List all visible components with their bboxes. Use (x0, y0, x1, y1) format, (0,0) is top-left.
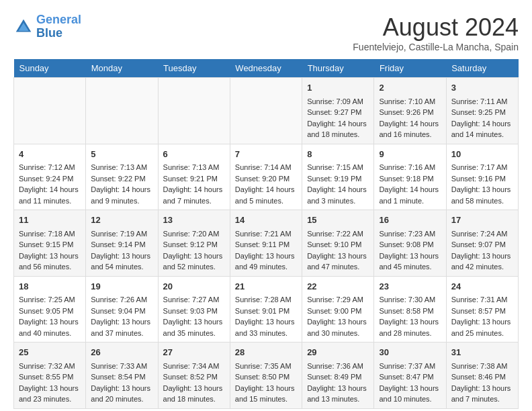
sunrise-text: Sunrise: 7:12 AM (19, 162, 81, 173)
calendar-cell (14, 78, 86, 144)
sunset-text: Sunset: 9:21 PM (163, 173, 225, 185)
weekday-header: Monday (86, 59, 158, 78)
calendar-cell: 7Sunrise: 7:14 AMSunset: 9:20 PMDaylight… (230, 144, 302, 210)
daylight-text: Daylight: 13 hours and 20 minutes. (91, 383, 152, 405)
sunrise-text: Sunrise: 7:15 AM (307, 162, 369, 173)
day-number: 21 (235, 280, 297, 293)
calendar-week-row: 25Sunrise: 7:32 AMSunset: 8:55 PMDayligh… (14, 342, 519, 409)
calendar-cell: 31Sunrise: 7:38 AMSunset: 8:46 PMDayligh… (446, 342, 518, 409)
day-number: 27 (163, 346, 225, 359)
sunset-text: Sunset: 8:46 PM (451, 371, 513, 383)
calendar-cell: 12Sunrise: 7:19 AMSunset: 9:14 PMDayligh… (86, 210, 158, 277)
calendar-cell: 14Sunrise: 7:21 AMSunset: 9:11 PMDayligh… (230, 210, 302, 277)
calendar-cell (86, 78, 158, 144)
calendar-cell: 20Sunrise: 7:27 AMSunset: 9:03 PMDayligh… (158, 276, 230, 342)
day-number: 4 (19, 148, 81, 161)
calendar-cell: 11Sunrise: 7:18 AMSunset: 9:15 PMDayligh… (14, 210, 86, 277)
sunset-text: Sunset: 9:16 PM (451, 173, 513, 185)
calendar-cell (230, 78, 302, 144)
daylight-text: Daylight: 13 hours and 23 minutes. (19, 383, 81, 405)
calendar-cell: 13Sunrise: 7:20 AMSunset: 9:12 PMDayligh… (158, 210, 230, 277)
calendar-week-row: 11Sunrise: 7:18 AMSunset: 9:15 PMDayligh… (14, 210, 519, 277)
sunset-text: Sunset: 9:26 PM (379, 107, 441, 118)
sunrise-text: Sunrise: 7:31 AM (451, 294, 513, 306)
sunset-text: Sunset: 8:57 PM (451, 306, 513, 317)
day-number: 25 (19, 346, 81, 359)
calendar-cell: 17Sunrise: 7:24 AMSunset: 9:07 PMDayligh… (446, 210, 518, 277)
calendar-cell: 5Sunrise: 7:13 AMSunset: 9:22 PMDaylight… (86, 144, 158, 210)
sunrise-text: Sunrise: 7:18 AM (19, 228, 81, 240)
sunset-text: Sunset: 8:54 PM (91, 371, 152, 383)
day-number: 2 (379, 81, 441, 95)
sunset-text: Sunset: 8:58 PM (379, 306, 441, 317)
day-number: 16 (379, 214, 441, 227)
daylight-text: Daylight: 13 hours and 40 minutes. (19, 316, 81, 338)
sunrise-text: Sunrise: 7:30 AM (379, 294, 441, 306)
page-header: General Blue August 2024 Fuentelviejo, C… (13, 13, 519, 52)
day-number: 28 (235, 346, 297, 359)
sunset-text: Sunset: 8:49 PM (307, 371, 369, 383)
logo-text: General Blue (36, 13, 81, 40)
sunset-text: Sunset: 9:05 PM (19, 306, 81, 317)
sunset-text: Sunset: 9:24 PM (19, 173, 81, 185)
weekday-header: Friday (374, 59, 446, 78)
daylight-text: Daylight: 13 hours and 52 minutes. (163, 250, 225, 273)
day-number: 20 (163, 280, 225, 293)
sunset-text: Sunset: 9:15 PM (19, 239, 81, 250)
sunrise-text: Sunrise: 7:36 AM (307, 361, 369, 372)
calendar-cell: 30Sunrise: 7:37 AMSunset: 8:47 PMDayligh… (374, 342, 446, 409)
sunset-text: Sunset: 9:20 PM (235, 173, 297, 185)
daylight-text: Daylight: 13 hours and 45 minutes. (379, 250, 441, 273)
sunset-text: Sunset: 9:11 PM (235, 239, 297, 250)
calendar-cell: 18Sunrise: 7:25 AMSunset: 9:05 PMDayligh… (14, 276, 86, 342)
sunrise-text: Sunrise: 7:20 AM (163, 228, 225, 240)
sunrise-text: Sunrise: 7:10 AM (379, 96, 441, 107)
day-number: 9 (379, 148, 441, 161)
sunrise-text: Sunrise: 7:38 AM (451, 361, 513, 372)
sunrise-text: Sunrise: 7:09 AM (307, 96, 369, 107)
sunrise-text: Sunrise: 7:16 AM (379, 162, 441, 173)
calendar-cell: 23Sunrise: 7:30 AMSunset: 8:58 PMDayligh… (374, 276, 446, 342)
day-number: 7 (235, 148, 297, 161)
sunset-text: Sunset: 9:27 PM (307, 107, 369, 118)
sunrise-text: Sunrise: 7:29 AM (307, 294, 369, 306)
sunset-text: Sunset: 8:50 PM (235, 371, 297, 383)
daylight-text: Daylight: 14 hours and 7 minutes. (163, 184, 225, 206)
day-number: 5 (91, 148, 152, 161)
sunrise-text: Sunrise: 7:26 AM (91, 294, 152, 306)
calendar-cell: 4Sunrise: 7:12 AMSunset: 9:24 PMDaylight… (14, 144, 86, 210)
calendar-cell: 28Sunrise: 7:35 AMSunset: 8:50 PMDayligh… (230, 342, 302, 409)
month-year: August 2024 (353, 13, 519, 42)
daylight-text: Daylight: 13 hours and 56 minutes. (19, 250, 81, 273)
calendar-cell: 10Sunrise: 7:17 AMSunset: 9:16 PMDayligh… (446, 144, 518, 210)
daylight-text: Daylight: 13 hours and 15 minutes. (235, 383, 297, 405)
sunrise-text: Sunrise: 7:13 AM (163, 162, 225, 173)
sunset-text: Sunset: 9:08 PM (379, 239, 441, 250)
sunrise-text: Sunrise: 7:33 AM (91, 361, 152, 372)
weekday-header: Sunday (14, 59, 86, 78)
sunrise-text: Sunrise: 7:27 AM (163, 294, 225, 306)
sunrise-text: Sunrise: 7:22 AM (307, 228, 369, 240)
sunset-text: Sunset: 8:47 PM (379, 371, 441, 383)
daylight-text: Daylight: 13 hours and 54 minutes. (91, 250, 152, 273)
day-number: 22 (307, 280, 369, 293)
location: Fuentelviejo, Castille-La Mancha, Spain (353, 42, 519, 52)
calendar-table: SundayMondayTuesdayWednesdayThursdayFrid… (13, 59, 519, 409)
day-number: 13 (163, 214, 225, 227)
sunset-text: Sunset: 9:14 PM (91, 239, 152, 250)
sunrise-text: Sunrise: 7:24 AM (451, 228, 513, 240)
daylight-text: Daylight: 13 hours and 28 minutes. (379, 316, 441, 338)
calendar-week-row: 18Sunrise: 7:25 AMSunset: 9:05 PMDayligh… (14, 276, 519, 342)
calendar-cell: 27Sunrise: 7:34 AMSunset: 8:52 PMDayligh… (158, 342, 230, 409)
day-number: 10 (451, 148, 513, 161)
sunset-text: Sunset: 9:18 PM (379, 173, 441, 185)
sunrise-text: Sunrise: 7:35 AM (235, 361, 297, 372)
sunset-text: Sunset: 9:19 PM (307, 173, 369, 185)
daylight-text: Daylight: 14 hours and 14 minutes. (451, 118, 513, 140)
weekday-header: Saturday (446, 59, 518, 78)
daylight-text: Daylight: 13 hours and 33 minutes. (235, 316, 297, 338)
sunrise-text: Sunrise: 7:17 AM (451, 162, 513, 173)
day-number: 6 (163, 148, 225, 161)
calendar-cell: 9Sunrise: 7:16 AMSunset: 9:18 PMDaylight… (374, 144, 446, 210)
day-number: 23 (379, 280, 441, 293)
